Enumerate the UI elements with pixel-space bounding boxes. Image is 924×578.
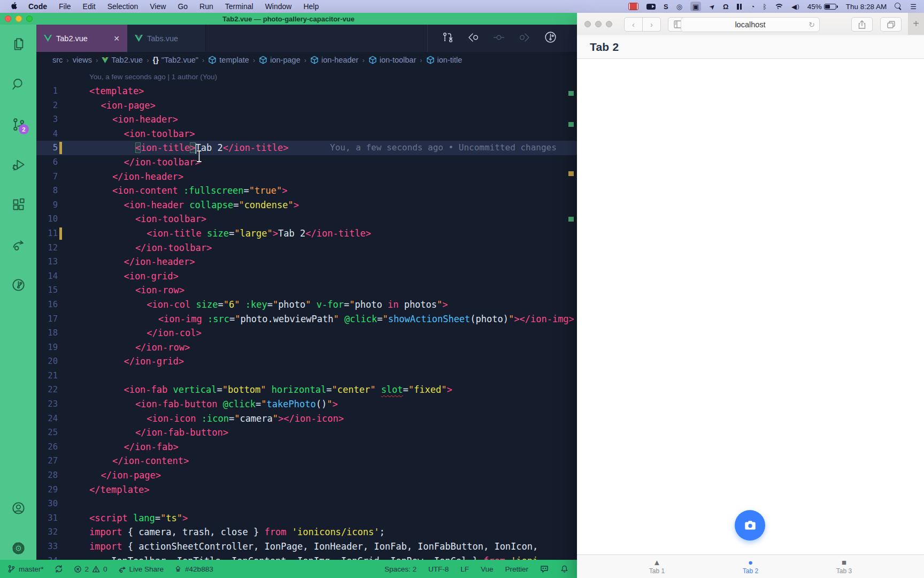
battery-icon[interactable]: 45% (807, 3, 838, 11)
code-line[interactable]: 10<ion-toolbar> (36, 212, 577, 226)
breadcrumb-item[interactable]: template (208, 56, 249, 64)
code-line[interactable]: 31<script lang="ts"> (36, 511, 577, 526)
navigate-forward-icon[interactable] (519, 32, 530, 45)
breadcrumb-item[interactable]: src (52, 56, 63, 64)
minimize-window-button[interactable] (595, 21, 602, 27)
code-line[interactable]: 18</ion-col> (36, 326, 577, 340)
breadcrumb-item[interactable]: Tab2.vue (102, 56, 143, 64)
code-line[interactable]: 8<ion-content :fullscreen="true"> (36, 184, 577, 198)
video-camera-icon[interactable] (646, 4, 656, 10)
clock-app-icon[interactable]: ◔ (750, 2, 754, 11)
menu-item-help[interactable]: Help (297, 2, 325, 11)
code-line[interactable]: 21 (36, 369, 577, 383)
language-mode-status[interactable]: Vue (481, 565, 494, 573)
back-button[interactable]: ‹ (625, 18, 642, 31)
compare-changes-icon[interactable] (442, 32, 453, 45)
bell-icon[interactable]: Ω (723, 2, 728, 11)
menubar-clock[interactable]: Thu 8:28 AM (846, 3, 887, 11)
tab-button-tab2[interactable]: ● Tab 2 (704, 555, 797, 578)
bluetooth-icon[interactable]: ᛒ (763, 2, 767, 11)
code-line[interactable]: 6</ion-toolbar> (36, 155, 577, 170)
code-line[interactable]: 16<ion-col size="6" :key="photo" v-for="… (36, 298, 577, 312)
eol-status[interactable]: LF (460, 565, 469, 573)
code-line[interactable]: 22<ion-fab vertical="bottom" horizontal=… (36, 383, 577, 397)
code-line[interactable]: 27</ion-content> (36, 454, 577, 468)
menu-item-app[interactable]: Code (22, 2, 53, 11)
code-line[interactable]: 11<ion-title size="large">Tab 2</ion-tit… (36, 226, 577, 241)
code-line[interactable]: 15<ion-row> (36, 283, 577, 298)
code-line[interactable]: 26</ion-fab> (36, 440, 577, 454)
rocket-icon[interactable]: ➤ (706, 1, 717, 12)
spotlight-search-icon[interactable] (895, 3, 902, 10)
git-branch-status[interactable]: master* (7, 565, 44, 573)
film-icon[interactable] (628, 3, 638, 10)
code-line[interactable]: 32import { camera, trash, close } from '… (36, 525, 577, 539)
code-line[interactable]: 23<ion-fab-button @click="takePhoto()"> (36, 397, 577, 412)
screen-mirror-icon[interactable]: ▣ (690, 2, 701, 11)
apple-menu-icon[interactable] (9, 2, 20, 11)
codelens-annotation[interactable]: You, a few seconds ago | 1 author (You) (36, 68, 577, 84)
live-share-icon[interactable] (6, 233, 30, 256)
gitlens-icon[interactable] (6, 273, 30, 296)
menu-item-go[interactable]: Go (172, 2, 194, 11)
code-line[interactable]: 2<ion-page> (36, 98, 577, 113)
color-hex-status[interactable]: #42b883 (174, 565, 213, 573)
indentation-status[interactable]: Spaces: 2 (384, 565, 417, 573)
run-profile-icon[interactable] (544, 31, 557, 45)
code-line[interactable]: 17<ion-img :src="photo.webviewPath" @cli… (36, 312, 577, 326)
code-line[interactable]: 25</ion-fab-button> (36, 425, 577, 440)
explorer-icon[interactable] (6, 32, 30, 56)
code-line[interactable]: 5<ion-title>Tab 2</ion-title>You, a few … (36, 141, 577, 155)
tab-button-tab1[interactable]: ▲ Tab 1 (610, 555, 704, 578)
breadcrumb-item[interactable]: ion-title (426, 56, 463, 64)
code-line[interactable]: 4<ion-toolbar> (36, 127, 577, 141)
close-tab-icon[interactable]: ✕ (113, 34, 120, 43)
breadcrumb-item[interactable]: ion-header (310, 56, 358, 64)
code-line[interactable]: 9<ion-header collapse="condense"> (36, 198, 577, 212)
sync-changes-button[interactable] (55, 565, 63, 573)
encoding-status[interactable]: UTF-8 (428, 565, 449, 573)
control-center-icon[interactable]: ☰ (910, 2, 917, 11)
tab-tabs-vue[interactable]: Tabs.vue (127, 25, 206, 52)
menu-item-window[interactable]: Window (259, 2, 298, 11)
reload-icon[interactable]: ↻ (808, 20, 815, 29)
stripe-icon[interactable]: S (664, 2, 668, 11)
target-icon[interactable]: ◎ (676, 2, 682, 11)
notifications-bell-icon[interactable] (560, 565, 568, 573)
forward-button[interactable]: › (642, 18, 660, 31)
run-debug-icon[interactable] (6, 153, 30, 176)
search-icon[interactable] (6, 72, 30, 96)
menu-item-run[interactable]: Run (194, 2, 219, 11)
account-icon[interactable] (6, 496, 30, 520)
tab-overview-button[interactable] (880, 17, 902, 32)
code-line[interactable]: 24<ion-icon :icon="camera"></ion-icon> (36, 412, 577, 426)
source-control-icon[interactable]: 2 (6, 112, 30, 136)
tab-tab2-vue[interactable]: Tab2.vue ✕ (36, 25, 127, 52)
code-line[interactable]: 1<template> (36, 84, 577, 98)
code-line[interactable]: 7</ion-header> (36, 170, 577, 184)
code-line[interactable]: 12</ion-toolbar> (36, 241, 577, 255)
menu-item-selection[interactable]: Selection (102, 2, 144, 11)
new-tab-button[interactable]: + (908, 13, 924, 35)
camera-fab-button[interactable] (735, 510, 765, 541)
code-editor[interactable]: You, a few seconds ago | 1 author (You) … (36, 68, 577, 560)
code-line[interactable]: 34 IonToolbar, IonTitle, IonContent, Ion… (36, 554, 577, 560)
formatter-status[interactable]: Prettier (505, 565, 528, 573)
menu-item-edit[interactable]: Edit (77, 2, 102, 11)
code-line[interactable]: 19</ion-row> (36, 340, 577, 355)
code-line[interactable]: 3<ion-header> (36, 112, 577, 127)
code-line[interactable]: 33import { actionSheetController, IonPag… (36, 539, 577, 554)
live-share-status[interactable]: Live Share (118, 565, 164, 573)
volume-icon[interactable]: ◀ (791, 2, 799, 11)
close-window-button[interactable] (584, 21, 591, 27)
code-line[interactable]: 13</ion-header> (36, 255, 577, 269)
breadcrumb-item[interactable]: ion-toolbar (368, 56, 417, 64)
menu-item-file[interactable]: File (53, 2, 77, 11)
code-line[interactable]: 20</ion-grid> (36, 354, 577, 369)
zoom-window-button[interactable] (606, 21, 612, 27)
navigate-current-icon[interactable] (493, 32, 505, 45)
wifi-icon[interactable] (775, 4, 783, 10)
feedback-icon[interactable] (540, 565, 549, 573)
breadcrumb-item[interactable]: ion-page (259, 56, 300, 64)
navigate-back-icon[interactable] (467, 32, 479, 45)
